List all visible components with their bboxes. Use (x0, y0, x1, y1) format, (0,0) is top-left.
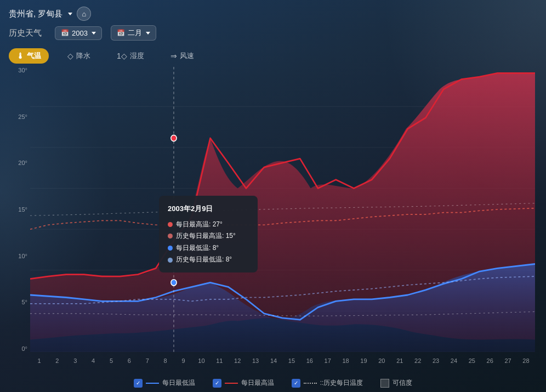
calendar-month-icon: 📅 (117, 29, 125, 37)
x-label-22: 22 (409, 357, 427, 364)
x-label-1: 1 (30, 357, 48, 364)
precipitation-icon: ◇ (67, 52, 73, 60)
tab-humidity-label: 湿度 (130, 51, 144, 61)
chart-svg-area[interactable] (30, 67, 535, 352)
legend-line-blue (146, 383, 159, 384)
tab-precipitation[interactable]: ◇ 降水 (60, 48, 98, 64)
x-label-28: 28 (517, 357, 535, 364)
x-label-9: 9 (174, 357, 192, 364)
tab-temperature-label: 气温 (27, 51, 41, 61)
month-chevron-icon (146, 32, 150, 35)
wind-icon: ⇒ (170, 52, 177, 60)
year-select[interactable]: 📅 2003 (55, 26, 102, 40)
x-label-13: 13 (247, 357, 265, 364)
y-axis: 0° 5° 10° 15° 20° 25° 30° (11, 67, 27, 352)
header: 贵州省, 罗甸县 ⌂ (0, 0, 546, 21)
x-label-16: 16 (300, 357, 318, 364)
x-label-6: 6 (120, 357, 138, 364)
tab-bar: 🌡 气温 ◇ 降水 1◇ 湿度 ⇒ 风速 (0, 45, 546, 67)
legend-min-temp-label: 每日最低温 (162, 378, 195, 388)
y-label-25: 25° (11, 113, 27, 120)
x-label-19: 19 (355, 357, 373, 364)
month-select[interactable]: 📅 二月 (111, 25, 156, 41)
legend-check-hist[interactable]: ✓ (292, 379, 300, 388)
legend-check-min[interactable]: ✓ (134, 379, 143, 388)
legend-max-temp-label: 每日最高温 (241, 378, 274, 388)
x-label-4: 4 (84, 357, 103, 364)
legend-box-confidence (380, 379, 389, 388)
x-label-2: 2 (48, 357, 66, 364)
tab-humidity[interactable]: 1◇ 湿度 (109, 48, 152, 64)
x-axis: 1 2 3 4 5 6 7 8 9 10 11 12 13 14 15 16 1… (30, 357, 535, 364)
legend-check-max[interactable]: ✓ (213, 379, 221, 388)
home-icon: ⌂ (82, 10, 86, 18)
year-label: 2003 (72, 29, 88, 37)
legend-hist-temp[interactable]: ✓ ::历史每日温度 (292, 378, 363, 388)
month-label: 二月 (128, 28, 142, 38)
y-label-0: 0° (11, 345, 27, 352)
year-chevron-icon (92, 32, 96, 35)
x-label-8: 8 (156, 357, 174, 364)
x-label-25: 25 (463, 357, 481, 364)
home-button[interactable]: ⌂ (77, 7, 91, 21)
toolbar-title: 历史天气 (9, 28, 42, 38)
x-label-24: 24 (445, 357, 463, 364)
chart-container: 0° 5° 10° 15° 20° 25° 30° (0, 67, 546, 374)
tab-precipitation-label: 降水 (76, 51, 90, 61)
x-label-21: 21 (391, 357, 409, 364)
tab-wind[interactable]: ⇒ 风速 (163, 48, 202, 64)
svg-point-9 (171, 280, 177, 286)
x-label-14: 14 (265, 357, 283, 364)
x-label-27: 27 (499, 357, 517, 364)
location-chevron-icon[interactable] (68, 13, 72, 15)
legend-line-red (225, 383, 238, 384)
tab-temperature[interactable]: 🌡 气温 (9, 48, 49, 64)
x-label-7: 7 (138, 357, 156, 364)
legend-confidence[interactable]: 可信度 (380, 378, 412, 388)
x-label-20: 20 (373, 357, 391, 364)
y-label-30: 30° (11, 67, 27, 73)
y-label-10: 10° (11, 253, 27, 259)
x-label-12: 12 (229, 357, 247, 364)
x-label-5: 5 (103, 357, 121, 364)
y-label-20: 20° (11, 160, 27, 166)
x-label-23: 23 (427, 357, 445, 364)
y-label-5: 5° (11, 299, 27, 305)
legend-confidence-label: 可信度 (393, 378, 412, 388)
toolbar: 历史天气 📅 2003 📅 二月 (0, 21, 546, 45)
legend: ✓ 每日最低温 ✓ 每日最高温 ✓ ::历史每日温度 可信度 (0, 374, 546, 392)
y-label-15: 15° (11, 206, 27, 213)
x-label-11: 11 (211, 357, 229, 364)
humidity-icon: 1◇ (117, 52, 127, 60)
calendar-icon: 📅 (61, 29, 69, 37)
x-label-18: 18 (337, 357, 355, 364)
x-label-15: 15 (282, 357, 300, 364)
legend-hist-label: ::历史每日温度 (320, 378, 363, 388)
x-label-3: 3 (66, 357, 84, 364)
temperature-icon: 🌡 (16, 52, 24, 60)
location-text[interactable]: 贵州省, 罗甸县 (9, 9, 62, 19)
svg-point-8 (171, 135, 177, 141)
x-label-17: 17 (318, 357, 337, 364)
x-label-10: 10 (192, 357, 211, 364)
x-label-26: 26 (481, 357, 499, 364)
legend-line-dotted (304, 383, 317, 384)
legend-min-temp[interactable]: ✓ 每日最低温 (134, 378, 195, 388)
tab-wind-label: 风速 (180, 51, 194, 61)
legend-max-temp[interactable]: ✓ 每日最高温 (213, 378, 274, 388)
